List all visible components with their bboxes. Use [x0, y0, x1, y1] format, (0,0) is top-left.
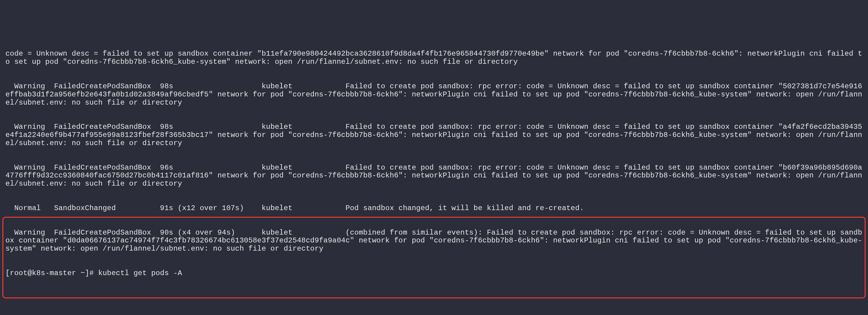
log-line: code = Unknown desc = failed to set up s… — [5, 50, 863, 66]
log-line: Warning FailedCreatePodSandBox 98s kubel… — [5, 123, 863, 148]
log-line: Warning FailedCreatePodSandBox 96s kubel… — [5, 164, 863, 188]
terminal-output[interactable]: code = Unknown desc = failed to set up s… — [5, 34, 863, 294]
log-line: Normal SandboxChanged 91s (x12 over 107s… — [5, 204, 863, 213]
log-line: Warning FailedCreatePodSandBox 98s kubel… — [5, 83, 863, 107]
prompt-line[interactable]: [root@k8s-master ~]# kubectl get pods -A — [5, 270, 863, 278]
log-line: Warning FailedCreatePodSandBox 90s (x4 o… — [5, 229, 863, 253]
